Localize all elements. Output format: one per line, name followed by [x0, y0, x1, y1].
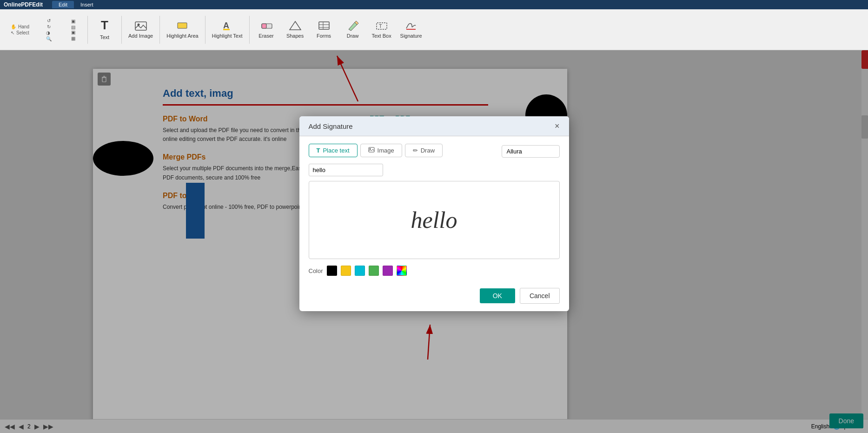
single-page-icon: ▣ — [71, 19, 75, 24]
svg-text:T: T — [379, 23, 382, 29]
svg-point-22 — [369, 148, 371, 150]
dialog-header: Add Signature × — [299, 116, 569, 136]
divider-4 — [205, 16, 205, 44]
tool-search[interactable]: 🔍 — [46, 36, 52, 41]
tool-draw-group[interactable]: Draw — [339, 12, 367, 47]
main-area: Add text, imag PDF to Word Select and up… — [0, 50, 868, 433]
tool-highlight-text-group[interactable]: A Highlight Text — [208, 12, 246, 47]
color-swatch-purple[interactable] — [383, 266, 393, 276]
color-label: Color — [309, 267, 323, 274]
tool-shapes-group[interactable]: Shapes — [281, 12, 309, 47]
add-image-icon — [134, 20, 147, 31]
divider-3 — [159, 16, 160, 44]
tool-signature-group[interactable]: Signature — [397, 12, 426, 47]
highlight-area-icon — [176, 20, 189, 31]
draw-tab-icon: ✏ — [413, 147, 418, 154]
tool-two-page[interactable]: ▤ — [71, 25, 75, 30]
tool-redo[interactable]: ↻ — [47, 24, 51, 29]
color-swatch-green[interactable] — [369, 266, 379, 276]
tool-highlight-area-group[interactable]: Highlight Area — [163, 12, 202, 47]
forms-label: Forms — [317, 33, 331, 39]
tool-hand-select[interactable]: ✋ Hand ↖ Select — [4, 12, 36, 47]
tab-image[interactable]: Image — [360, 144, 402, 157]
brightness-icon: ◑ — [46, 30, 50, 35]
eraser-icon — [260, 20, 273, 31]
tool-single-page[interactable]: ▣ — [71, 19, 75, 24]
font-selector-wrapper: Allura Dancing Script Pacifico — [502, 145, 560, 158]
draw-tab-label: Draw — [421, 147, 435, 154]
color-swatch-black[interactable] — [327, 266, 337, 276]
draw-icon — [346, 20, 359, 31]
tab-insert[interactable]: Insert — [74, 1, 100, 8]
tab-draw[interactable]: ✏ Draw — [405, 144, 443, 157]
tool-undo[interactable]: ↺ — [47, 18, 51, 23]
tool-textbox-group[interactable]: T Text Box — [368, 12, 396, 47]
font-select[interactable]: Allura Dancing Script Pacifico — [502, 145, 560, 158]
signature-preview-text: hello — [411, 207, 457, 233]
tab-edit[interactable]: Edit — [52, 1, 74, 8]
add-image-label: Add Image — [128, 33, 153, 39]
topbar: OnlinePDFEdit Edit Insert — [0, 0, 868, 9]
search-icon: 🔍 — [46, 36, 52, 41]
dialog-title: Add Signature — [309, 122, 353, 130]
cancel-button[interactable]: Cancel — [520, 288, 560, 304]
dialog-overlay[interactable]: Add Signature × T Place text — [0, 50, 868, 433]
text-tool-icon: T — [101, 18, 108, 33]
tool-page-layout[interactable]: ▣ ▤ ▣ ▦ — [61, 12, 85, 47]
signature-icon — [404, 20, 417, 31]
signature-text-input[interactable] — [309, 164, 383, 176]
layout2-icon: ▦ — [71, 36, 75, 41]
highlight-text-label: Highlight Text — [212, 33, 243, 39]
color-swatch-rainbow[interactable] — [397, 266, 407, 276]
tool-view-options[interactable]: ↺ ↻ ◑ 🔍 — [37, 12, 60, 47]
crop-icon: ▣ — [71, 30, 75, 35]
dialog-footer: OK Cancel — [299, 288, 569, 311]
color-swatch-yellow[interactable] — [341, 266, 351, 276]
draw-label: Draw — [347, 33, 359, 39]
ok-button[interactable]: OK — [480, 288, 515, 303]
hand-icon: ✋ — [11, 24, 16, 29]
text-tool-label: Text — [100, 34, 109, 40]
svg-rect-9 — [319, 22, 329, 29]
divider-2 — [121, 16, 122, 44]
signature-preview: hello — [309, 181, 560, 259]
eraser-label: Eraser — [258, 33, 273, 39]
tool-layout2[interactable]: ▦ — [71, 36, 75, 41]
color-swatch-cyan[interactable] — [355, 266, 365, 276]
hand-label: Hand — [18, 24, 29, 29]
highlight-area-label: Highlight Area — [166, 33, 199, 39]
tool-brightness[interactable]: ◑ — [46, 30, 52, 35]
redo-icon: ↻ — [47, 24, 51, 29]
tool-eraser-group[interactable]: Eraser — [252, 12, 280, 47]
tool-hand[interactable]: ✋ Hand — [11, 24, 29, 29]
svg-rect-2 — [178, 23, 187, 28]
shapes-icon — [289, 20, 302, 31]
place-text-tab-label: Place text — [323, 147, 349, 154]
app-logo: OnlinePDFEdit — [4, 1, 43, 8]
tool-select[interactable]: ↖ Select — [11, 30, 29, 35]
dialog-body: T Place text Image — [299, 136, 569, 288]
dialog-close-button[interactable]: × — [555, 122, 560, 130]
shapes-label: Shapes — [286, 33, 304, 39]
add-signature-dialog: Add Signature × T Place text — [299, 116, 569, 311]
signature-label: Signature — [400, 33, 422, 39]
textbox-icon: T — [375, 20, 388, 31]
select-icon: ↖ — [11, 30, 14, 35]
tab-place-text[interactable]: T Place text — [309, 144, 358, 157]
topbar-tabs: Edit Insert — [52, 1, 99, 8]
forms-icon — [318, 20, 331, 31]
two-page-icon: ▤ — [71, 25, 75, 30]
divider-1 — [87, 16, 88, 44]
color-row: Color — [309, 266, 560, 276]
tool-text-group[interactable]: T Text — [91, 12, 119, 47]
tool-crop[interactable]: ▣ — [71, 30, 75, 35]
tool-add-image-group[interactable]: Add Image — [125, 12, 157, 47]
svg-marker-8 — [290, 21, 301, 30]
svg-rect-7 — [262, 24, 266, 28]
toolbar: ✋ Hand ↖ Select ↺ ↻ ◑ 🔍 — [0, 9, 868, 50]
svg-rect-5 — [223, 29, 230, 30]
tool-forms-group[interactable]: Forms — [310, 12, 338, 47]
textbox-label: Text Box — [371, 33, 391, 39]
place-text-tab-icon: T — [317, 147, 320, 154]
svg-rect-0 — [135, 22, 146, 30]
